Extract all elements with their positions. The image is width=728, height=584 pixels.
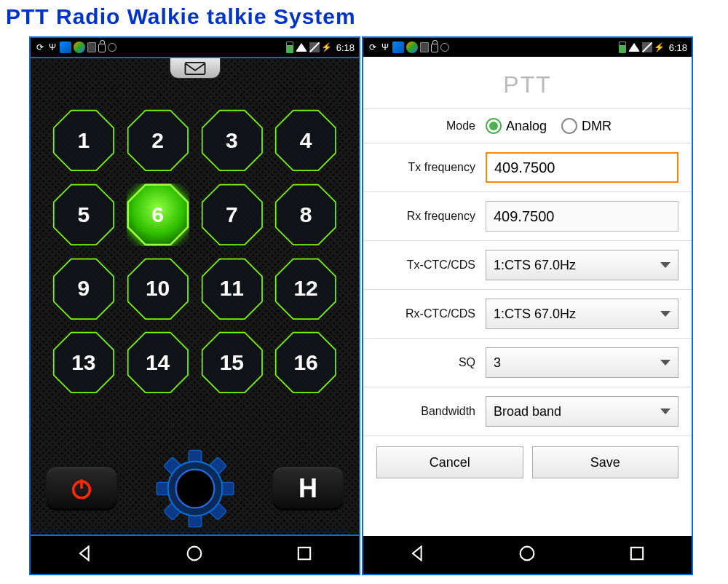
nav-back-button[interactable] — [75, 543, 95, 567]
nav-home-button[interactable] — [184, 543, 205, 567]
radio-unchecked-icon — [561, 118, 577, 134]
battery-icon — [286, 42, 293, 53]
usb-icon: Ψ — [380, 42, 390, 52]
rx-freq-input[interactable] — [486, 201, 678, 232]
mode-analog-radio[interactable]: Analog — [486, 118, 547, 134]
charge-icon: ⚡ — [322, 42, 332, 52]
app-icon-2 — [406, 42, 418, 53]
channel-number: 12 — [293, 276, 317, 301]
channel-button-14[interactable]: 14 — [127, 331, 189, 394]
channel-button-12[interactable]: 12 — [274, 258, 337, 320]
channel-button-13[interactable]: 13 — [52, 331, 115, 394]
tx-freq-input[interactable] — [486, 152, 678, 183]
tx-freq-label: Tx frequency — [376, 161, 486, 174]
svg-rect-33 — [631, 548, 643, 559]
power-button[interactable] — [45, 466, 118, 511]
rx-freq-label: Rx frequency — [376, 210, 486, 223]
bandwidth-value: Broad band — [494, 404, 561, 419]
circle-home-icon — [184, 543, 205, 564]
channel-number: 7 — [226, 202, 238, 227]
tx-ctc-label: Tx-CTC/CDS — [376, 259, 486, 272]
bandwidth-select[interactable]: Broad band — [486, 396, 678, 427]
no-signal-icon — [642, 42, 652, 52]
channel-button-7[interactable]: 7 — [201, 184, 264, 246]
chevron-down-icon — [660, 311, 670, 317]
svg-point-32 — [521, 547, 534, 561]
settings-screen: PTT Mode Analog DMR Tx frequency — [363, 57, 692, 536]
radio-checked-icon — [486, 118, 502, 134]
channel-number: 15 — [220, 350, 244, 375]
nav-home-button[interactable] — [517, 543, 537, 567]
sd-icon — [420, 42, 429, 52]
wifi-icon — [628, 43, 640, 52]
sq-select[interactable]: 3 — [486, 347, 678, 378]
sq-label: SQ — [376, 356, 486, 369]
phone-keypad: ⟳ Ψ ⚡ 6:18 123456789101112 — [29, 36, 360, 575]
mode-dmr-radio[interactable]: DMR — [561, 118, 612, 134]
page-title: PTT Radio Walkie talkie System — [0, 0, 728, 33]
channel-number: 5 — [78, 202, 90, 227]
channel-number: 1 — [78, 128, 90, 153]
circle-home-icon — [517, 543, 537, 564]
channel-button-4[interactable]: 4 — [274, 109, 337, 172]
phone-pair: ⟳ Ψ ⚡ 6:18 123456789101112 — [0, 33, 728, 575]
svg-rect-0 — [185, 62, 205, 74]
channel-button-2[interactable]: 2 — [127, 109, 189, 172]
wifi-icon — [296, 43, 307, 52]
channel-number: 16 — [293, 350, 317, 375]
no-signal-icon — [309, 42, 320, 52]
mail-icon — [184, 62, 206, 75]
debug-icon — [108, 43, 116, 52]
channel-button-5[interactable]: 5 — [52, 184, 115, 246]
mode-dmr-text: DMR — [582, 119, 612, 134]
rx-ctc-select[interactable]: 1:CTS 67.0Hz — [486, 299, 678, 329]
h-label: H — [298, 473, 317, 504]
channel-button-6[interactable]: 6 — [127, 184, 189, 246]
triangle-back-icon — [75, 543, 95, 564]
lock-icon — [431, 44, 438, 52]
channel-number: 13 — [71, 350, 95, 375]
chevron-down-icon — [660, 262, 670, 268]
svg-point-30 — [188, 547, 202, 561]
channel-button-15[interactable]: 15 — [201, 331, 264, 394]
sd-icon — [87, 42, 96, 52]
channel-button-3[interactable]: 3 — [201, 109, 264, 172]
sq-value: 3 — [494, 355, 501, 371]
channel-button-16[interactable]: 16 — [274, 331, 337, 394]
channel-number: 14 — [146, 350, 170, 375]
rx-ctc-label: Rx-CTC/CDS — [376, 307, 486, 320]
channel-number: 9 — [78, 276, 90, 301]
channel-button-1[interactable]: 1 — [52, 109, 115, 172]
android-navbar — [31, 536, 359, 574]
mail-button[interactable] — [170, 58, 221, 79]
keypad-screen: 12345678910111213141516 — [31, 57, 359, 536]
charge-icon: ⚡ — [654, 42, 665, 52]
nav-recents-button[interactable] — [627, 543, 647, 567]
usb-icon: Ψ — [47, 42, 58, 52]
channel-button-8[interactable]: 8 — [274, 184, 337, 246]
h-button[interactable]: H — [272, 466, 344, 511]
channel-button-11[interactable]: 11 — [201, 258, 264, 320]
settings-title: PTT — [363, 57, 692, 108]
mode-analog-text: Analog — [506, 119, 547, 134]
clock: 6:18 — [669, 42, 687, 53]
nav-back-button[interactable] — [408, 543, 428, 567]
app-icon-2 — [74, 42, 85, 53]
channel-number: 10 — [146, 276, 170, 301]
channel-button-10[interactable]: 10 — [127, 258, 189, 320]
status-bar: ⟳ Ψ ⚡ 6:18 — [363, 38, 692, 57]
save-button[interactable]: Save — [532, 446, 679, 478]
nav-recents-button[interactable] — [294, 543, 314, 567]
settings-gear-button[interactable] — [155, 449, 235, 529]
gear-icon — [155, 449, 235, 529]
svg-rect-31 — [298, 548, 310, 559]
tx-ctc-select[interactable]: 1:CTS 67.0Hz — [486, 250, 678, 280]
rx-ctc-value: 1:CTS 67.0Hz — [494, 307, 576, 322]
chevron-down-icon — [660, 409, 670, 414]
app-icon-1 — [60, 42, 71, 53]
power-icon — [69, 476, 94, 501]
channel-number: 11 — [220, 276, 244, 301]
phone-settings: ⟳ Ψ ⚡ 6:18 PTT Mode — [362, 36, 693, 575]
channel-button-9[interactable]: 9 — [52, 258, 115, 320]
cancel-button[interactable]: Cancel — [376, 446, 523, 478]
